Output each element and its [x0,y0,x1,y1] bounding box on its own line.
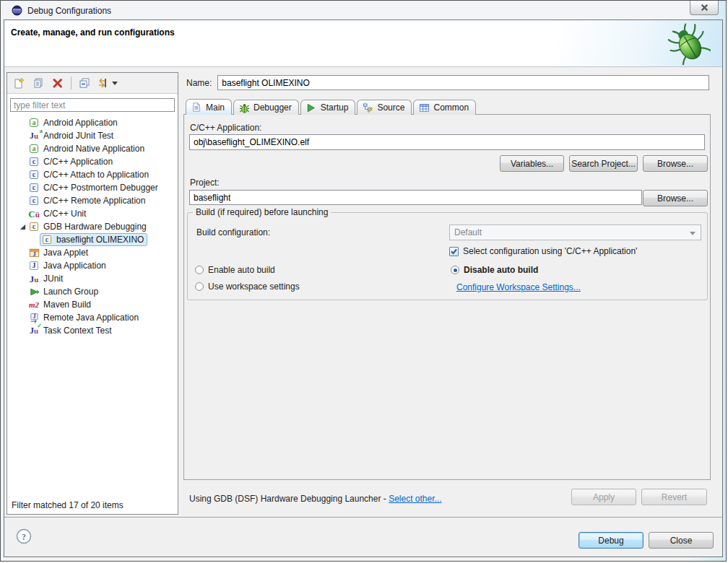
collapse-all-button[interactable] [76,75,93,92]
disable-auto-build-radio[interactable] [451,266,459,274]
tab-main[interactable]: Main [186,99,232,115]
build-configuration-value: Default [454,227,482,237]
gdb-icon: c [28,221,40,232]
enable-auto-build-row: Enable auto build [195,265,275,275]
c-app-icon: c [28,182,40,193]
tab-label: Debugger [254,102,292,113]
close-icon [700,4,708,12]
apply-button[interactable]: Apply [571,489,636,505]
duplicate-icon [32,77,44,89]
debug-configurations-dialog: Debug Configurations Create, manage, and… [0,0,727,562]
configuration-editor: Name: MainDebuggerStartupSourceCommon C/… [183,71,720,515]
tab-debugger[interactable]: Debugger [233,100,299,115]
tree-item-label: Android JUnit Test [43,131,113,141]
window-title: Debug Configurations [27,6,111,16]
close-window-button[interactable] [690,1,719,15]
filter-input[interactable] [10,98,175,112]
tree-item-c-c-remote-application[interactable]: cC/C++ Remote Application [7,194,178,207]
tree-item-label: Remote Java Application [43,313,139,323]
tab-label: Source [377,102,404,113]
svg-text:J: J [32,250,35,257]
tree-item-android-native-application[interactable]: aAndroid Native Application [7,142,178,155]
tree-item-baseflight-olimexino[interactable]: cbaseflight OLIMEXINO [7,233,178,246]
build-configuration-select[interactable]: Default [449,224,701,240]
tree-item-c-c-postmortem-debugger[interactable]: cC/C++ Postmortem Debugger [7,181,178,194]
revert-button[interactable]: Revert [641,489,707,505]
document-icon [191,102,202,113]
header-banner: Create, manage, and run configurations [4,20,722,67]
new-configuration-button[interactable] [10,75,27,92]
svg-text:?: ? [22,532,26,542]
launcher-row: Using GDB (DSF) Hardware Debugging Launc… [183,481,711,515]
disable-auto-build-row: Disable auto build [451,265,538,275]
application-input[interactable] [189,134,705,150]
tree-item-c-c-unit[interactable]: CüC/C++ Unit [7,207,178,220]
tree-item-label: C/C++ Application [43,157,113,167]
tab-startup[interactable]: Startup [300,100,356,115]
variables-button[interactable]: Variables... [500,155,564,172]
tab-label: Startup [321,102,349,113]
tree-item-java-applet[interactable]: JJava Applet [7,246,178,259]
delete-button[interactable] [49,75,66,92]
use-workspace-settings-radio[interactable] [195,282,204,291]
page-title: Create, manage, and run configurations [11,27,175,38]
filter-icon [98,77,109,89]
java-applet-icon: J [28,247,40,258]
new-config-icon [13,77,25,89]
main-tab-content: C/C++ Application: Variables... Search P… [183,114,711,480]
tree-item-c-c-attach-to-application[interactable]: cC/C++ Attach to Application [7,168,178,181]
tab-common[interactable]: Common [413,100,476,115]
debug-button[interactable]: Debug [578,532,644,549]
configure-workspace-settings-link[interactable]: Configure Workspace Settings... [456,282,581,292]
name-input[interactable] [217,75,709,90]
svg-text:J: J [32,313,35,320]
tree-item-label: C/C++ Postmortem Debugger [43,183,158,193]
tab-bar: MainDebuggerStartupSourceCommon [186,99,477,115]
expanded-arrow-icon[interactable] [18,222,27,231]
tree-item-launch-group[interactable]: Launch Group [7,285,178,298]
tree-item-task-context-test[interactable]: Ju✓Task Context Test [7,324,178,337]
dialog-footer: ? Debug Close [4,517,722,557]
tree-item-label: C/C++ Remote Application [43,196,145,206]
tree-item-gdb-hardware-debugging[interactable]: cGDB Hardware Debugging [7,220,178,233]
build-group: Build (if required) before launching Bui… [187,212,708,300]
tree-item-android-application[interactable]: aAndroid Application [7,116,178,129]
enable-auto-build-radio[interactable] [195,266,204,274]
tab-source[interactable]: Source [357,100,412,115]
project-input[interactable] [189,190,642,205]
bug-icon [238,102,250,113]
launch-group-icon [28,286,40,297]
c-app-icon: c [28,195,40,206]
duplicate-button[interactable] [30,75,47,92]
tree-item-label: Maven Build [43,300,91,310]
help-icon[interactable]: ? [16,528,32,544]
configurations-tree: aAndroid ApplicationJuaAndroid JUnit Tes… [7,114,178,497]
project-label: Project: [190,178,220,188]
tree-item-label: Launch Group [43,287,98,297]
close-button[interactable]: Close [649,532,714,549]
maven-icon: m2 [28,299,40,310]
configurations-sidebar: aAndroid ApplicationJuaAndroid JUnit Tes… [6,72,178,515]
title-bar: Debug Configurations [4,2,682,19]
browse-application-button[interactable]: Browse... [643,155,708,172]
table-icon [418,102,430,113]
browse-project-button[interactable]: Browse... [643,190,708,206]
select-other-launcher-link[interactable]: Select other... [389,494,441,504]
launcher-text: Using GDB (DSF) Hardware Debugging Launc… [189,494,389,504]
c-app-icon: c [28,169,40,180]
tree-item-remote-java-application[interactable]: JRemote Java Application [7,311,178,324]
tree-item-maven-build[interactable]: m2Maven Build [7,298,178,311]
use-workspace-settings-label: Use workspace settings [208,282,300,292]
tree-item-junit[interactable]: JuJUnit [7,272,178,285]
search-project-button[interactable]: Search Project... [569,155,638,172]
android-app-icon: a [28,117,40,128]
tree-item-android-junit-test[interactable]: JuaAndroid JUnit Test [7,129,178,142]
tree-item-java-application[interactable]: JJava Application [7,259,178,272]
select-configuration-checkbox[interactable] [449,247,459,256]
dialog-content: Create, manage, and run configurations a… [4,19,723,557]
filter-button[interactable] [95,75,120,92]
android-app-icon: a [28,143,40,154]
tab-label: Common [433,102,469,113]
tree-item-c-c-application[interactable]: cC/C++ Application [7,155,178,168]
disable-auto-build-label: Disable auto build [464,265,538,275]
